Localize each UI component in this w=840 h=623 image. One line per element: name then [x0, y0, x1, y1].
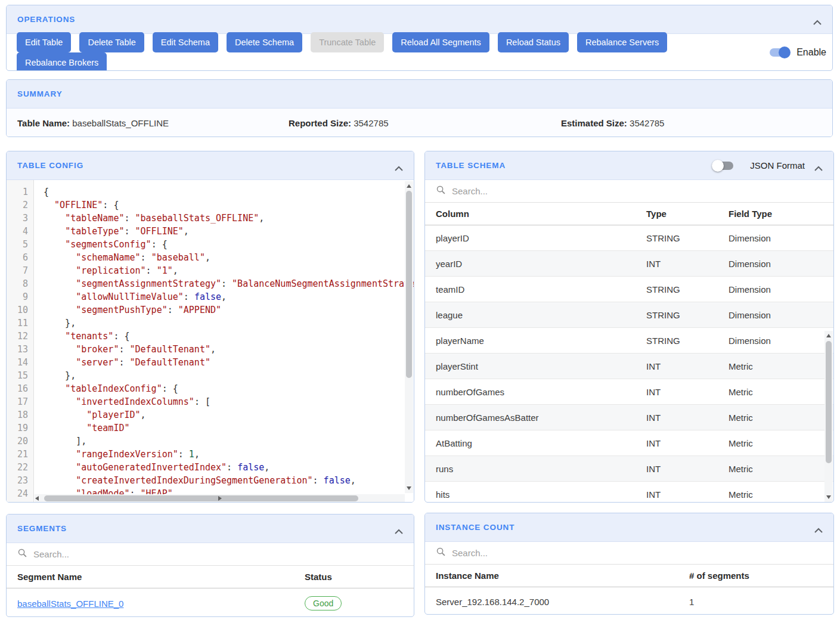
line-number: 9 — [7, 290, 28, 303]
code-line: "tableType": "OFFLINE", — [44, 225, 414, 238]
enable-toggle-label: Enable — [796, 47, 826, 58]
scroll-down-icon[interactable] — [826, 495, 831, 499]
editor-vertical-scrollbar[interactable] — [405, 181, 413, 493]
schema-row: playerStintINTMetric — [425, 354, 833, 379]
cell: Dimension — [729, 336, 833, 346]
cell: STRING — [646, 233, 729, 243]
instance-count-panel: INSTANCE COUNT Instance Name # of segmen… — [424, 513, 834, 615]
segments-table-body: baseballStats_OFFLINE_0Good — [7, 588, 414, 617]
schema-vertical-scrollbar[interactable] — [824, 331, 833, 502]
line-number: 11 — [7, 317, 28, 330]
scroll-down-icon[interactable] — [407, 486, 411, 490]
delete-table-button[interactable]: Delete Table — [79, 32, 144, 52]
code-line: }, — [44, 369, 414, 382]
code-line: "segmentPushType": "APPEND" — [44, 303, 414, 317]
code-line: { — [44, 185, 414, 199]
operations-title: OPERATIONS — [17, 15, 75, 24]
cell: Metric — [729, 464, 833, 474]
column-header: # of segments — [689, 571, 833, 581]
instance-count-header: INSTANCE COUNT — [425, 513, 833, 542]
instances-search-input[interactable] — [452, 548, 823, 558]
cell: INT — [646, 464, 729, 474]
table-config-panel: TABLE CONFIG 123456789101112131415161718… — [6, 151, 414, 503]
segments-search-row — [7, 543, 414, 566]
code-line: "tableIndexConfig": { — [44, 382, 414, 395]
segment-link[interactable]: baseballStats_OFFLINE_0 — [17, 599, 305, 609]
instance-count-title: INSTANCE COUNT — [436, 523, 514, 532]
cell: runs — [436, 464, 646, 474]
schema-row: teamIDSTRINGDimension — [425, 277, 833, 302]
line-number: 23 — [7, 474, 28, 487]
table-schema-header: TABLE SCHEMA JSON Format — [425, 151, 833, 180]
segments-header: SEGMENTS — [7, 514, 414, 543]
line-number: 20 — [7, 435, 28, 448]
rebalance-brokers-button[interactable]: Rebalance Brokers — [17, 52, 107, 71]
line-number: 8 — [7, 277, 28, 290]
code-line: "createInvertedIndexDuringSegmentGenerat… — [44, 474, 414, 487]
cell: playerName — [436, 336, 646, 346]
chevron-up-icon[interactable] — [814, 163, 823, 168]
line-number: 16 — [7, 382, 28, 395]
reload-status-button[interactable]: Reload Status — [498, 32, 569, 52]
line-number: 10 — [7, 303, 28, 317]
cell: numberOfGamesAsBatter — [436, 413, 646, 423]
line-number: 18 — [7, 408, 28, 421]
table-config-title: TABLE CONFIG — [17, 161, 83, 170]
chevron-up-icon[interactable] — [814, 525, 823, 530]
pinot-table-details-page: OPERATIONS Edit TableDelete TableEdit Sc… — [0, 0, 840, 623]
edit-schema-button[interactable]: Edit Schema — [153, 32, 218, 52]
cell: STRING — [646, 310, 729, 320]
instance-row: Server_192.168.144.2_70001 — [425, 587, 833, 615]
cell: Dimension — [729, 233, 833, 243]
line-number: 13 — [7, 343, 28, 356]
schema-row: runsINTMetric — [425, 456, 833, 482]
schema-row: numberOfGamesAsBatterINTMetric — [425, 405, 833, 430]
code-line: "segmentAssignmentStrategy": "BalanceNum… — [44, 277, 414, 290]
schema-row: AtBattingINTMetric — [425, 430, 833, 456]
schema-search-input[interactable] — [452, 186, 823, 196]
scroll-up-icon[interactable] — [407, 184, 411, 188]
segments-panel: SEGMENTS Segment Name Status baseballSta… — [6, 514, 414, 617]
cell: Metric — [729, 387, 833, 397]
scroll-up-icon[interactable] — [826, 334, 831, 337]
schema-table-header: Column Type Field Type — [425, 203, 833, 225]
segments-search-input[interactable] — [33, 549, 403, 559]
delete-schema-button[interactable]: Delete Schema — [227, 32, 302, 52]
cell: INT — [646, 361, 729, 371]
summary-header: SUMMARY — [7, 80, 832, 109]
edit-table-button[interactable]: Edit Table — [17, 32, 71, 52]
cell: Dimension — [729, 310, 833, 320]
operations-buttons: Edit TableDelete TableEdit SchemaDelete … — [13, 32, 761, 71]
scrollbar-thumb[interactable] — [826, 341, 832, 463]
chevron-up-icon[interactable] — [395, 163, 403, 168]
segment-row: baseballStats_OFFLINE_0Good — [7, 588, 414, 617]
chevron-up-icon[interactable] — [395, 526, 403, 531]
truncate-table-button: Truncate Table — [311, 32, 384, 52]
column-header: Column — [436, 209, 646, 219]
enable-toggle[interactable] — [770, 48, 790, 57]
code-line: "server": "DefaultTenant" — [44, 356, 414, 369]
code-line: "replication": "1", — [44, 264, 414, 277]
toggle-knob — [779, 47, 791, 58]
summary-body: Table Name: baseballStats_OFFLINE Report… — [7, 109, 832, 137]
rebalance-servers-button[interactable]: Rebalance Servers — [577, 32, 667, 52]
editor-code[interactable]: { "OFFLINE": { "tableName": "baseballSta… — [35, 180, 414, 503]
editor-horizontal-scrollbar[interactable] — [35, 494, 405, 503]
scroll-right-icon[interactable] — [218, 496, 222, 501]
chevron-up-icon[interactable] — [813, 17, 822, 22]
cell: Metric — [729, 361, 833, 371]
scrollbar-thumb[interactable] — [44, 495, 358, 501]
table-config-header: TABLE CONFIG — [7, 151, 414, 180]
reload-all-segments-button[interactable]: Reload All Segments — [392, 32, 489, 52]
schema-table-body: playerIDSTRINGDimensionyearIDINTDimensio… — [425, 225, 833, 503]
json-format-toggle[interactable] — [713, 162, 733, 170]
code-line: "invertedIndexColumns": [ — [44, 395, 414, 408]
line-number: 6 — [7, 251, 28, 264]
operations-toolbar: Edit TableDelete TableEdit SchemaDelete … — [7, 34, 832, 71]
scrollbar-thumb[interactable] — [406, 191, 412, 378]
code-line: ], — [44, 435, 414, 448]
table-config-editor[interactable]: 123456789101112131415161718192021222324 … — [7, 180, 414, 503]
line-number: 19 — [7, 421, 28, 435]
scroll-left-icon[interactable] — [35, 496, 39, 501]
code-line: "allowNullTimeValue": false, — [44, 290, 414, 303]
